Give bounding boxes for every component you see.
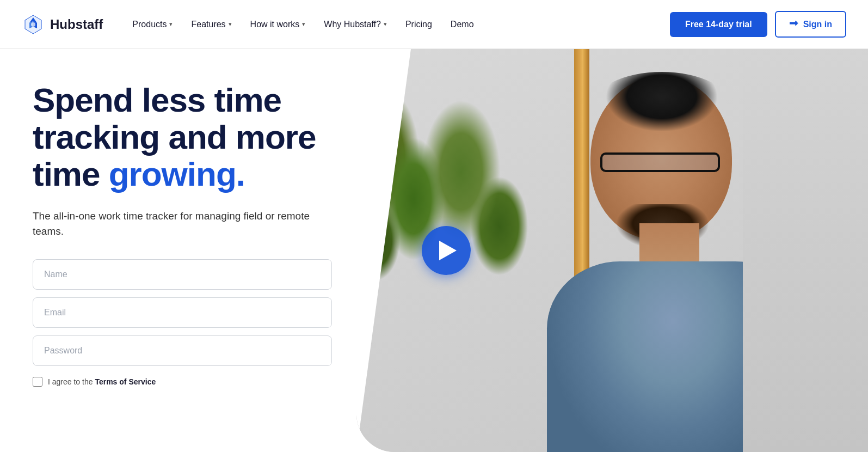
svg-point-0 bbox=[31, 22, 35, 27]
nav-item-why-hubstaff[interactable]: Why Hubstaff? ▾ bbox=[316, 15, 395, 34]
navbar: Hubstaff Products ▾ Features ▾ How it wo… bbox=[0, 0, 868, 49]
signin-icon: ⮕ bbox=[789, 19, 799, 30]
hero-headline: Spend less timetracking and moretime gro… bbox=[33, 82, 332, 193]
nav-why-hubstaff-label: Why Hubstaff? bbox=[324, 20, 381, 29]
nav-features-label: Features bbox=[191, 20, 225, 29]
nav-why-hubstaff-chevron: ▾ bbox=[384, 21, 387, 28]
brand-name: Hubstaff bbox=[50, 17, 103, 32]
nav-item-pricing[interactable]: Pricing bbox=[398, 15, 440, 34]
hubstaff-logo-icon bbox=[22, 13, 45, 36]
play-button[interactable] bbox=[422, 226, 471, 275]
tos-checkbox[interactable] bbox=[33, 377, 42, 387]
hero-section: Spend less timetracking and moretime gro… bbox=[0, 49, 868, 452]
tos-label[interactable]: I agree to the Terms of Service bbox=[48, 377, 156, 386]
nav-how-it-works-chevron: ▾ bbox=[302, 21, 305, 28]
name-input[interactable] bbox=[33, 259, 332, 290]
nav-pricing-label: Pricing bbox=[405, 20, 432, 29]
nav-products-label: Products bbox=[132, 20, 167, 29]
hero-right-wrapper bbox=[356, 49, 868, 452]
hero-headline-highlight: growing. bbox=[109, 155, 245, 193]
nav-item-demo[interactable]: Demo bbox=[443, 15, 482, 34]
signup-form: I agree to the Terms of Service bbox=[33, 259, 332, 387]
tos-row: I agree to the Terms of Service bbox=[33, 377, 332, 387]
tos-link[interactable]: Terms of Service bbox=[95, 377, 156, 386]
nav-item-how-it-works[interactable]: How it works ▾ bbox=[243, 15, 313, 34]
person-neck bbox=[639, 223, 699, 267]
hero-subtext: The all-in-one work time tracker for man… bbox=[33, 209, 316, 240]
person-hair bbox=[592, 72, 732, 143]
play-button-container bbox=[422, 226, 471, 275]
logo-link[interactable]: Hubstaff bbox=[22, 13, 103, 36]
free-trial-button[interactable]: Free 14-day trial bbox=[670, 12, 767, 37]
nav-actions: Free 14-day trial ⮕ Sign in bbox=[670, 11, 846, 38]
play-icon bbox=[439, 241, 457, 260]
signin-button[interactable]: ⮕ Sign in bbox=[775, 11, 846, 38]
hero-left: Spend less timetracking and moretime gro… bbox=[0, 49, 359, 452]
nav-how-it-works-label: How it works bbox=[250, 20, 300, 29]
nav-demo-label: Demo bbox=[451, 20, 474, 29]
nav-item-products[interactable]: Products ▾ bbox=[125, 15, 180, 34]
wall-right bbox=[743, 49, 868, 452]
nav-features-chevron: ▾ bbox=[229, 21, 232, 28]
email-input[interactable] bbox=[33, 297, 332, 328]
nav-products-chevron: ▾ bbox=[169, 21, 173, 28]
nav-links: Products ▾ Features ▾ How it works ▾ Why… bbox=[125, 15, 670, 34]
person-glasses bbox=[600, 152, 720, 172]
nav-item-features[interactable]: Features ▾ bbox=[183, 15, 239, 34]
signin-label: Sign in bbox=[803, 20, 832, 29]
password-input[interactable] bbox=[33, 335, 332, 366]
